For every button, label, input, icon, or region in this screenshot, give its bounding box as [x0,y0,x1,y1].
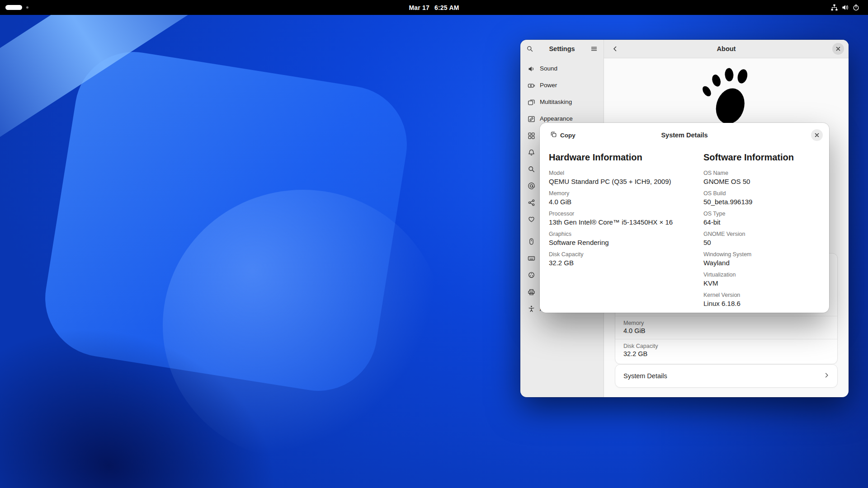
system-status-area[interactable] [827,2,863,13]
keyboard-icon [528,254,535,262]
sidebar-item-multitasking[interactable]: Multitasking [524,95,600,109]
system-details-label: System Details [623,372,823,380]
copy-icon [550,131,557,139]
chevron-right-icon [823,372,830,380]
about-header: About [604,40,849,58]
date-label: Mar 17 [409,4,429,11]
memory-row: Memory 4.0 GiB [615,316,837,339]
heart-icon [528,216,535,223]
field-label: Processor [549,211,694,217]
field-value: 32.2 GB [549,259,694,267]
page-title: About [604,45,849,52]
accessibility-icon [528,305,535,313]
sidebar-item-label: Multitasking [540,99,572,106]
apps-grid-icon [528,132,535,140]
software-heading: Software Information [703,152,821,163]
field-label: Model [549,170,694,177]
overlapping-windows-icon [528,99,535,106]
copy-button-label: Copy [560,132,576,139]
field-value: QEMU Standard PC (Q35 + ICH9, 2009) [549,178,694,186]
sidebar-title: Settings [537,45,587,52]
share-nodes-icon [528,199,535,206]
top-bar: Mar 17 6:25 AM [0,0,868,15]
printer-icon [528,288,535,296]
power-icon [852,4,860,11]
sidebar-header: Settings [520,40,604,58]
field-kernel-version: Kernel Version Linux 6.18.6 [703,292,821,308]
search-button[interactable] [523,42,537,56]
field-label: Graphics [549,231,694,238]
sidebar-item-sound[interactable]: Sound [524,62,600,75]
field-value: KVM [703,279,821,287]
at-sign-icon [528,182,535,190]
field-value: GNOME OS 50 [703,178,821,186]
inactive-workspace-dot[interactable] [26,6,28,9]
field-model: Model QEMU Standard PC (Q35 + ICH9, 2009… [549,170,694,186]
gnome-logo [700,68,753,129]
row-value: 32.2 GB [623,350,829,358]
window-close-button[interactable] [832,43,844,55]
field-label: Memory [549,190,694,197]
field-disk-capacity: Disk Capacity 32.2 GB [549,251,694,267]
field-value: Linux 6.18.6 [703,300,821,308]
field-value: 64-bit [703,218,821,226]
sidebar-item-label: Power [540,82,557,89]
field-value: Wayland [703,259,821,267]
network-wired-icon [830,4,838,11]
field-os-build: OS Build 50_beta.996139 [703,190,821,206]
field-value: 13th Gen Intel® Core™ i5-13450HX × 16 [549,218,694,226]
field-label: OS Type [703,211,821,217]
field-label: OS Build [703,190,821,197]
row-label: Memory [623,320,829,327]
time-label: 6:25 AM [434,4,459,11]
field-label: GNOME Version [703,231,821,238]
field-virtualization: Virtualization KVM [703,272,821,287]
system-details-dialog: Copy System Details Hardware Information… [540,123,829,313]
dialog-close-button[interactable] [811,129,823,141]
field-graphics: Graphics Software Rendering [549,231,694,247]
sidebar-item-power[interactable]: Power [524,79,600,92]
dialog-body: Hardware Information Model QEMU Standard… [540,147,829,312]
field-os-type: OS Type 64-bit [703,211,821,226]
field-value: 4.0 GiB [549,198,694,206]
sidebar-item-label: Appearance [540,115,573,122]
field-value: 50_beta.996139 [703,198,821,206]
magnifier-icon [528,165,535,173]
hardware-information-section: Hardware Information Model QEMU Standard… [549,152,694,312]
dialog-title: System Details [540,131,829,139]
field-processor: Processor 13th Gen Intel® Core™ i5-13450… [549,211,694,226]
copy-button[interactable]: Copy [546,129,580,141]
field-gnome-version: GNOME Version 50 [703,231,821,247]
field-os-name: OS Name GNOME OS 50 [703,170,821,186]
field-label: Kernel Version [703,292,821,299]
main-menu-button[interactable] [587,42,601,56]
dialog-header: Copy System Details [540,123,829,147]
system-details-row[interactable]: System Details [615,364,838,388]
field-label: Windowing System [703,251,821,258]
disk-capacity-row: Disk Capacity 32.2 GB [615,339,837,362]
field-label: Disk Capacity [549,251,694,258]
volume-icon [841,4,849,11]
hardware-heading: Hardware Information [549,152,694,163]
field-label: OS Name [703,170,821,177]
color-wheel-icon [528,271,535,279]
software-information-section: Software Information OS Name GNOME OS 50… [703,152,821,312]
workspace-indicator[interactable] [5,5,28,10]
row-value: 4.0 GiB [623,327,829,335]
field-value: 50 [703,239,821,247]
field-windowing-system: Windowing System Wayland [703,251,821,267]
speaker-icon [528,65,535,73]
clock[interactable]: Mar 17 6:25 AM [409,4,459,11]
sidebar-item-label: Sound [540,65,557,72]
bell-icon [528,149,535,156]
battery-icon [528,82,535,89]
row-label: Disk Capacity [623,343,829,350]
appearance-icon [528,115,535,123]
field-value: Software Rendering [549,239,694,247]
field-memory: Memory 4.0 GiB [549,190,694,206]
mouse-icon [528,238,535,245]
field-label: Virtualization [703,272,821,278]
active-workspace-pill[interactable] [5,5,22,10]
